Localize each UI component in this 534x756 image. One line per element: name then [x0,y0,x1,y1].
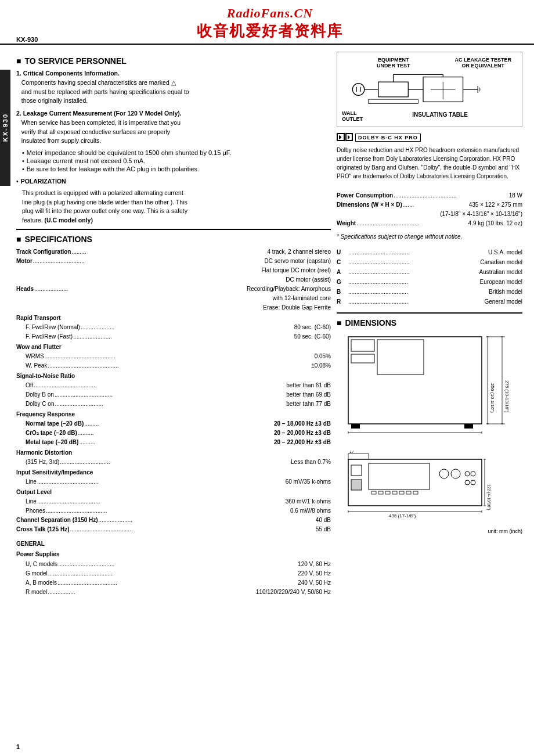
polarization-title: POLARIZATION [21,177,66,186]
right-column: EQUIPMENTUNDER TEST AC LEAKAGE TESTEROR … [337,52,522,597]
left-column: TO SERVICE PERSONNEL 1. Critical Compone… [16,52,331,597]
diagram-bottom-labels: WALLOUTLET INSULATING TABLE [342,110,517,122]
model-number: KX-930 [16,36,38,43]
dim-section-header: DIMENSIONS [337,318,522,327]
spec-note: * Specifications subject to change witho… [337,232,522,242]
spec-heads-sub2: Erase: Double Gap Ferrite [16,303,331,312]
svg-rect-45 [371,491,376,494]
spec-ab: A, B models ............................… [26,578,331,588]
spec-track-config: Track Configuration ......... 4 track, 2… [16,247,331,257]
svg-rect-43 [351,480,362,490]
item-2-title: Leakage Current Measurement (For 120 V M… [23,110,182,117]
bullet-dot-2: • [22,157,24,164]
svg-text:435 (17-1/8"): 435 (17-1/8") [389,513,416,519]
spec-freq-metal: Metal tape (−20 dB) .......... 20 − 22,0… [26,438,331,447]
service-title: TO SERVICE PERSONNEL [24,56,126,66]
spec-input-line: Line ...................................… [26,477,331,487]
bullet-text-1: Meter impedance should be equivalent to … [27,149,231,156]
svg-rect-6 [369,99,418,103]
spec-snr-title: Signal-to-Noise Ratio [16,372,331,381]
spec-freq-title: Frequency Response [16,410,331,419]
spec-rapid-transport-title: Rapid Transport [16,314,331,323]
polarization-text: This product is equipped with a polarize… [22,189,331,225]
header-title-cn: 收音机爱好者资料库 [17,21,522,41]
service-item-1: 1. Critical Components Information. Comp… [16,69,331,106]
svg-point-55 [471,471,475,476]
bullet-1: • Meter impedance should be equivalent t… [22,149,331,172]
spec-channel-sep: Channel Separation (3150 Hz) ...........… [16,516,331,525]
svg-point-53 [451,469,460,478]
svg-rect-46 [378,491,383,494]
spec-motor: Motor ................................ D… [16,257,331,266]
svg-point-57 [471,480,475,485]
equipment-label: EQUIPMENTUNDER TEST [377,57,410,69]
svg-text:256 (10-1/16"): 256 (10-1/16") [490,383,495,413]
model-a: A ......................................… [337,267,522,277]
page-number: 1 [16,743,20,750]
spec-fwd-normal: F. Fwd/Rew (Normal) ....................… [26,323,331,332]
dim-title: DIMENSIONS [345,318,396,327]
spec-input-title: Input Sensitivity/Impedance [16,468,331,477]
dolby-dd-icon [337,133,353,142]
circuit-svg [342,72,504,107]
svg-rect-27 [464,424,473,429]
svg-point-56 [465,480,470,485]
model-r: R ..................................... … [337,297,522,307]
item-2-num: 2. [16,110,23,117]
svg-rect-26 [351,424,360,429]
item-1-num: 1. [16,70,23,77]
svg-text:17: 17 [349,451,354,453]
tester-label: AC LEAKAGE TESTEROR EQUIVALENT [454,57,511,69]
spec-table: Track Configuration ......... 4 track, 2… [16,247,331,597]
main-content: TO SERVICE PERSONNEL 1. Critical Compone… [0,46,534,603]
svg-rect-50 [406,491,411,494]
side-tab: KX-930 [0,70,10,186]
model-g: G ..................................... … [337,277,522,287]
circuit-diagram-area: EQUIPMENTUNDER TEST AC LEAKAGE TESTEROR … [337,52,522,127]
side-tab-text: KX-930 [2,113,9,142]
bullet-text-3: Be sure to test for leakage with the AC … [27,165,199,172]
item-1-title: Critical Components Information. [23,70,120,77]
svg-rect-25 [377,340,424,375]
weight-row: Weight .................................… [337,219,522,228]
spec-snr-off: Off ....................................… [26,381,331,390]
page: KX-930 RadioFans.CN 收音机爱好者资料库 KX-930 TO … [0,0,534,756]
svg-point-54 [465,471,470,476]
spec-g: G model ................................… [26,569,331,578]
service-item-2: 2. Leakage Current Measurement (For 120 … [16,109,331,146]
spec-output-phones: Phones .................................… [26,506,331,516]
power-dims-section: Power Consumption ......................… [337,191,522,242]
power-supplies-title: Power Supplies [16,549,331,560]
bullet-text-2: Leakage current must not exceed 0.5 mA. [27,157,145,164]
spec-motor-sub1: Flat torque DC motor (reel) [16,266,331,275]
svg-rect-22 [348,337,482,424]
spec-section-header: SPECIFICATIONS [16,235,331,244]
spec-divider [16,229,331,230]
svg-rect-23 [351,340,374,351]
spec-r: R model ................. 110/120/220/24… [26,588,331,597]
svg-text:275 (10-13/16"): 275 (10-13/16") [504,380,510,413]
spec-fwd-fast: F. Fwd/Rew (Fast) ......................… [26,332,331,341]
dimensions-row: Dimensions (W × H × D) ....... 435 × 122… [337,200,522,210]
dolby-double-d [337,133,353,142]
spec-heads-sub1: with 12-laminated core [16,294,331,303]
general-section: GENERAL Power Supplies U, C models .....… [16,539,331,597]
svg-rect-51 [413,491,418,494]
spec-title: SPECIFICATIONS [24,235,92,244]
diagram-top-labels: EQUIPMENTUNDER TEST AC LEAKAGE TESTEROR … [342,57,517,69]
spec-freq-cro: CrO₂ tape (−20 dB) .......... 20 − 20,00… [26,429,331,438]
spec-wrms: WRMS ...................................… [26,352,331,361]
insulating-table-label: INSULATING TABLE [412,111,468,122]
svg-text:122 (4-13/16"): 122 (4-13/16") [486,484,491,510]
model-b: B ..................................... … [337,287,522,297]
svg-point-52 [439,469,449,478]
svg-rect-24 [351,354,374,363]
spec-wpeak: W. Peak ................................… [26,361,331,370]
model-c: C ......................................… [337,257,522,267]
spec-uc: U, C models ............................… [26,560,331,569]
spec-harmonic-title: Harmonic Distortion [16,448,331,458]
dim-side-svg: 256 (10-1/16") 275 (10-13/16") [337,331,511,447]
dim-front-svg: 435 (17-1/8") 122 (4-13/16") 17 [337,451,511,526]
spec-snr-dolbyb: Dolby B on .............................… [26,390,331,399]
dolby-icons-row: DOLBY B-C HX PRO [337,133,522,142]
